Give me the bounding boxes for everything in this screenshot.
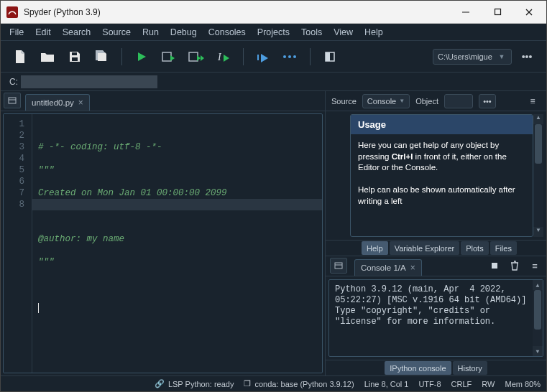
tab-variable-explorer[interactable]: Variable Explorer bbox=[390, 241, 460, 255]
help-object-input[interactable] bbox=[444, 94, 473, 108]
hamburger-icon[interactable]: ≡ bbox=[528, 258, 542, 273]
interrupt-kernel-button[interactable] bbox=[487, 258, 502, 273]
run-selection-button[interactable]: I bbox=[211, 46, 236, 67]
close-icon[interactable]: × bbox=[410, 263, 415, 273]
status-cursor-pos[interactable]: Line 8, Col 1 bbox=[364, 380, 409, 388]
help-text-key: Ctrl+I bbox=[392, 152, 413, 161]
run-cell-advance-button[interactable] bbox=[184, 46, 208, 67]
menu-run[interactable]: Run bbox=[137, 25, 165, 39]
help-source-label: Source bbox=[331, 97, 357, 106]
menu-edit[interactable]: Edit bbox=[29, 25, 57, 39]
menu-file[interactable]: File bbox=[4, 25, 29, 39]
line-number: 5 bbox=[4, 164, 24, 176]
open-file-button[interactable] bbox=[35, 46, 60, 67]
svg-rect-7 bbox=[162, 52, 171, 61]
remove-console-button[interactable] bbox=[507, 258, 522, 273]
status-eol[interactable]: CRLF bbox=[451, 380, 472, 388]
scroll-thumb[interactable] bbox=[535, 124, 542, 164]
working-dir-combo[interactable]: C:\Users\migue ▼ bbox=[433, 49, 512, 65]
debug-step-button[interactable] bbox=[278, 46, 303, 67]
run-button[interactable] bbox=[129, 46, 154, 67]
hamburger-icon[interactable]: ≡ bbox=[525, 96, 541, 106]
help-source-combo[interactable]: Console ▼ bbox=[362, 94, 410, 108]
text-cursor bbox=[38, 303, 39, 313]
save-all-button[interactable] bbox=[90, 46, 114, 67]
menu-debug[interactable]: Debug bbox=[165, 25, 203, 39]
menu-tools[interactable]: Tools bbox=[295, 25, 328, 39]
menu-projects[interactable]: Projects bbox=[252, 25, 295, 39]
right-bottom-tabstrip: IPython console History bbox=[326, 360, 546, 375]
window-minimize-button[interactable] bbox=[450, 1, 482, 23]
svg-point-12 bbox=[288, 55, 291, 58]
path-input[interactable] bbox=[21, 75, 157, 88]
code-line: Created on Mon Jan 01 00:00:00 2099 bbox=[38, 188, 227, 198]
new-file-button[interactable] bbox=[8, 46, 32, 67]
scroll-track[interactable] bbox=[533, 124, 543, 227]
menu-help[interactable]: Help bbox=[359, 25, 389, 39]
help-pane: Source Console ▼ Object ••• ≡ Usage bbox=[326, 91, 546, 256]
menu-view[interactable]: View bbox=[328, 25, 359, 39]
status-encoding[interactable]: UTF-8 bbox=[418, 380, 441, 388]
tab-ipython-console[interactable]: IPython console bbox=[385, 361, 451, 375]
status-conda[interactable]: ❒ conda: base (Python 3.9.12) bbox=[244, 379, 354, 388]
console-tab[interactable]: Console 1/A × bbox=[354, 259, 422, 276]
run-cell-button[interactable] bbox=[157, 46, 181, 67]
toolbar-overflow-button[interactable]: ••• bbox=[515, 46, 539, 67]
help-object-label: Object bbox=[415, 97, 438, 106]
scroll-down-arrow-icon[interactable]: ▼ bbox=[533, 227, 543, 237]
help-source-value: Console bbox=[367, 97, 396, 106]
toolbar-separator bbox=[310, 48, 311, 65]
help-text-fragment: Help can also be shown automatically aft… bbox=[358, 185, 515, 205]
line-number: 4 bbox=[4, 153, 24, 164]
menu-consoles[interactable]: Consoles bbox=[203, 25, 252, 39]
right-top-tabstrip: Help Variable Explorer Plots Files bbox=[326, 240, 546, 256]
help-options-button[interactable]: ••• bbox=[479, 94, 496, 108]
editor-tab-untitled0[interactable]: untitled0.py × bbox=[25, 94, 90, 111]
cube-icon: ❒ bbox=[244, 379, 251, 388]
tab-history[interactable]: History bbox=[453, 361, 487, 375]
help-header: Source Console ▼ Object ••• ≡ bbox=[326, 91, 546, 111]
tab-plots[interactable]: Plots bbox=[461, 241, 488, 255]
help-heading: Usage bbox=[351, 115, 533, 134]
debug-button[interactable] bbox=[251, 46, 275, 67]
close-icon[interactable]: × bbox=[78, 98, 83, 108]
path-bar: C: bbox=[1, 73, 546, 91]
status-conda-text: conda: base (Python 3.9.12) bbox=[254, 380, 354, 388]
maximize-pane-button[interactable] bbox=[318, 46, 342, 67]
save-button[interactable] bbox=[63, 46, 87, 67]
scroll-track[interactable] bbox=[533, 290, 543, 346]
editor-pane: untitled0.py × 1 2 3 4 5 6 7 8 # -*- cod… bbox=[1, 91, 326, 375]
svg-rect-20 bbox=[492, 263, 497, 269]
line-number: 1 bbox=[4, 118, 24, 130]
scroll-up-arrow-icon[interactable]: ▲ bbox=[533, 280, 543, 290]
tab-files[interactable]: Files bbox=[490, 241, 517, 255]
scroll-down-arrow-icon[interactable]: ▼ bbox=[533, 346, 543, 356]
help-scrollbar[interactable]: ▲ ▼ bbox=[533, 114, 543, 237]
chevron-down-icon: ▼ bbox=[497, 53, 507, 60]
scroll-thumb[interactable] bbox=[534, 290, 541, 330]
help-text: Here you can get help of any object by p… bbox=[351, 134, 533, 213]
status-mem[interactable]: Mem 80% bbox=[505, 380, 541, 388]
code-editor[interactable]: 1 2 3 4 5 6 7 8 # -*- coding: utf-8 -*- … bbox=[3, 113, 323, 373]
status-rw[interactable]: RW bbox=[482, 380, 495, 388]
toolbar-separator bbox=[243, 48, 244, 65]
main-split: untitled0.py × 1 2 3 4 5 6 7 8 # -*- cod… bbox=[1, 91, 546, 375]
tabs-browse-button[interactable] bbox=[4, 93, 21, 108]
working-dir-value: C:\Users\migue bbox=[438, 52, 492, 61]
svg-rect-16 bbox=[9, 98, 16, 103]
status-lsp[interactable]: 🔗 LSP Python: ready bbox=[155, 379, 234, 388]
right-panes: Source Console ▼ Object ••• ≡ Usage bbox=[326, 91, 546, 375]
window-maximize-button[interactable] bbox=[482, 1, 513, 23]
code-area[interactable]: # -*- coding: utf-8 -*- """ Created on M… bbox=[32, 114, 322, 373]
svg-rect-8 bbox=[189, 52, 198, 61]
menu-source[interactable]: Source bbox=[96, 25, 137, 39]
tab-help[interactable]: Help bbox=[362, 241, 388, 255]
menu-search[interactable]: Search bbox=[57, 25, 97, 39]
main-toolbar: I C:\Users\migue ▼ ••• bbox=[1, 41, 546, 73]
console-scrollbar[interactable]: ▲ ▼ bbox=[533, 280, 543, 356]
scroll-up-arrow-icon[interactable]: ▲ bbox=[533, 114, 543, 124]
window-close-button[interactable] bbox=[513, 1, 545, 23]
tabs-browse-button[interactable] bbox=[330, 258, 347, 274]
console-output: Python 3.9.12 (main, Apr 4 2022, 05:22:2… bbox=[329, 280, 533, 356]
console-body[interactable]: Python 3.9.12 (main, Apr 4 2022, 05:22:2… bbox=[328, 279, 543, 357]
